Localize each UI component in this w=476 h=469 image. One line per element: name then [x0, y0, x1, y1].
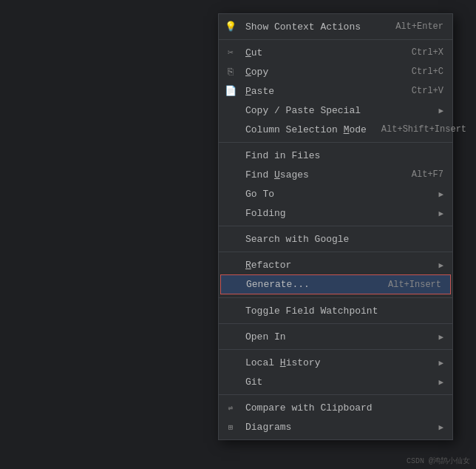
- separator-4: [219, 252, 452, 252]
- menu-item-go-to[interactable]: Go To ▶: [219, 184, 452, 203]
- menu-item-generate[interactable]: Generate... Alt+Insert: [220, 274, 451, 294]
- menu-item-git[interactable]: Git ▶: [219, 372, 452, 391]
- separator-3: [219, 226, 452, 226]
- menu-item-copy[interactable]: ⎘ Copy Ctrl+C: [219, 62, 452, 81]
- paste-shortcut: Ctrl+V: [412, 86, 443, 96]
- cut-icon: ✂: [225, 47, 237, 58]
- diagrams-label: Diagrams: [245, 422, 431, 433]
- separator-2: [219, 142, 452, 143]
- menu-item-search-with-google[interactable]: Search with Google: [219, 229, 452, 249]
- menu-item-cut[interactable]: ✂ Cut Ctrl+X: [219, 43, 452, 62]
- arrow-icon-go-to: ▶: [438, 189, 443, 199]
- arrow-icon-open-in: ▶: [438, 332, 443, 342]
- menu-item-show-context-actions[interactable]: 💡 Show Context Actions Alt+Enter: [219, 17, 452, 36]
- lightbulb-icon: 💡: [225, 21, 237, 33]
- generate-label: Generate...: [246, 279, 373, 290]
- menu-item-column-selection-mode[interactable]: Column Selection Mode Alt+Shift+Insert: [219, 120, 452, 139]
- arrow-icon-local-history: ▶: [438, 358, 443, 368]
- open-in-label: Open In: [245, 331, 431, 343]
- separator-1: [219, 39, 452, 40]
- menu-item-local-history[interactable]: Local History ▶: [219, 353, 452, 372]
- search-with-google-label: Search with Google: [245, 234, 443, 245]
- find-usages-shortcut: Alt+F7: [412, 169, 443, 180]
- menu-item-diagrams[interactable]: ⊞ Diagrams ▶: [219, 417, 452, 436]
- compare-icon: ⇌: [225, 402, 237, 414]
- column-selection-shortcut: Alt+Shift+Insert: [381, 124, 466, 135]
- git-label: Git: [245, 377, 431, 388]
- generate-shortcut: Alt+Insert: [388, 280, 441, 290]
- diagrams-icon: ⊞: [225, 421, 237, 433]
- menu-item-find-usages[interactable]: Find Usages Alt+F7: [219, 165, 452, 184]
- copy-paste-special-label: Copy / Paste Special: [245, 105, 431, 116]
- menu-item-refactor[interactable]: Refactor ▶: [219, 255, 452, 274]
- arrow-icon-refactor: ▶: [438, 260, 443, 270]
- go-to-label: Go To: [245, 189, 431, 200]
- separator-7: [219, 349, 452, 350]
- paste-icon: 📄: [225, 85, 237, 97]
- menu-item-find-in-files[interactable]: Find in Files: [219, 146, 452, 165]
- folding-label: Folding: [245, 208, 431, 219]
- arrow-icon-copy-paste: ▶: [438, 106, 443, 115]
- context-menu: 💡 Show Context Actions Alt+Enter ✂ Cut C…: [218, 13, 453, 440]
- compare-clipboard-label: Compare with Clipboard: [245, 402, 443, 414]
- menu-item-toggle-field-watchpoint[interactable]: Toggle Field Watchpoint: [219, 301, 452, 320]
- show-context-actions-label: Show Context Actions: [245, 21, 381, 33]
- separator-8: [219, 394, 452, 395]
- toggle-watchpoint-label: Toggle Field Watchpoint: [245, 306, 443, 317]
- separator-6: [219, 323, 452, 324]
- find-in-files-label: Find in Files: [245, 150, 443, 161]
- column-selection-label: Column Selection Mode: [245, 124, 367, 135]
- menu-item-paste[interactable]: 📄 Paste Ctrl+V: [219, 81, 452, 101]
- cut-shortcut: Ctrl+X: [412, 47, 443, 58]
- copy-icon: ⎘: [225, 66, 237, 78]
- arrow-icon-git: ▶: [438, 377, 443, 387]
- watermark: CSDN @鸿鹄小仙女: [407, 456, 470, 466]
- menu-item-compare-clipboard[interactable]: ⇌ Compare with Clipboard: [219, 398, 452, 417]
- menu-item-open-in[interactable]: Open In ▶: [219, 327, 452, 346]
- arrow-icon-diagrams: ▶: [438, 422, 443, 432]
- menu-item-copy-paste-special[interactable]: Copy / Paste Special ▶: [219, 101, 452, 120]
- arrow-icon-folding: ▶: [438, 209, 443, 218]
- menu-item-folding[interactable]: Folding ▶: [219, 203, 452, 223]
- copy-shortcut: Ctrl+C: [412, 67, 443, 77]
- show-context-actions-shortcut: Alt+Enter: [395, 21, 443, 32]
- separator-5: [219, 297, 452, 298]
